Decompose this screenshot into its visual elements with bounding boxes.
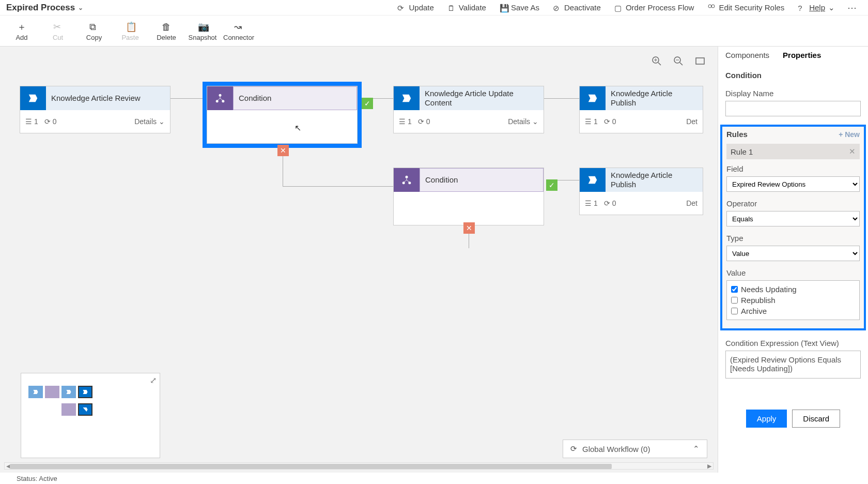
stage-knowledge-article-review[interactable]: Knowledge Article Review ☰ 1 ⟳ 0 Details…: [20, 86, 171, 133]
minimap-condition: [45, 386, 59, 398]
copy-button[interactable]: ⧉Copy: [76, 18, 112, 46]
details-button[interactable]: Det: [686, 117, 698, 126]
deactivate-icon: ⊘: [553, 4, 561, 12]
rules-section: Rules + New Rule 1 ✕ Field Expired Revie…: [720, 125, 866, 330]
snapshot-button[interactable]: 📷Snapshot: [185, 18, 220, 46]
stage-icon: [580, 86, 606, 110]
condition-title: Condition: [420, 168, 544, 192]
help-icon: ?: [798, 4, 806, 12]
minimap-stage: [28, 386, 43, 398]
condition-true-badge: ✓: [546, 179, 557, 191]
condition-icon: [394, 168, 420, 192]
cut-button[interactable]: ✂Cut: [40, 18, 75, 46]
add-button[interactable]: ＋Add: [4, 18, 39, 46]
clipboard-icon: 🗒: [447, 4, 456, 12]
type-label: Type: [726, 234, 860, 243]
trigger-count: ⟳ 0: [604, 117, 616, 126]
operator-label: Operator: [726, 199, 860, 208]
global-workflow-label: Global Workflow (0): [582, 445, 650, 453]
minimap-stage: [78, 386, 92, 398]
stage-icon: [20, 86, 46, 110]
order-process-flow-button[interactable]: ▢Order Process Flow: [609, 1, 700, 14]
mouse-cursor: ↖: [295, 123, 301, 133]
stage-condition-2[interactable]: Condition: [393, 168, 544, 225]
more-button[interactable]: ⋯: [843, 2, 862, 13]
edit-security-roles-button[interactable]: Edit Security Roles: [702, 1, 789, 14]
svg-point-12: [222, 100, 224, 102]
new-rule-button[interactable]: + New: [839, 130, 860, 139]
chevron-down-icon: ⌄: [828, 3, 835, 12]
condition-icon: [207, 86, 233, 110]
svg-point-11: [216, 100, 219, 102]
field-label: Field: [726, 164, 860, 173]
process-title[interactable]: Expired Process⌄: [6, 3, 83, 13]
chevron-down-icon: ⌄: [78, 4, 83, 11]
close-icon[interactable]: ✕: [849, 147, 856, 156]
value-option-archive[interactable]: Archive: [731, 306, 855, 316]
global-workflow-bar[interactable]: ⟳ Global Workflow (0) ⌃: [563, 440, 707, 458]
display-name-input[interactable]: [725, 101, 861, 116]
condition-title: Condition: [233, 86, 357, 110]
panel-heading: Condition: [725, 71, 861, 80]
camera-icon: 📷: [198, 22, 207, 32]
rules-label: Rules: [726, 130, 748, 139]
details-button[interactable]: Det: [686, 199, 698, 207]
details-button[interactable]: Details ⌄: [134, 117, 165, 126]
connector-button[interactable]: ↝Connector: [221, 18, 256, 46]
validate-button[interactable]: 🗒Validate: [442, 1, 491, 14]
condition-false-badge: ✕: [463, 222, 475, 234]
value-option-needs-updating[interactable]: Needs Updating: [731, 284, 855, 295]
update-button[interactable]: ⟳Update: [392, 1, 439, 14]
stage-title: Knowledge Article Publish: [606, 86, 703, 110]
plus-icon: ＋: [17, 22, 26, 32]
save-as-button[interactable]: 💾Save As: [494, 1, 545, 14]
operator-select[interactable]: Equals: [726, 211, 860, 226]
apply-button[interactable]: Apply: [746, 410, 787, 428]
minimap[interactable]: ⤢: [21, 373, 160, 458]
zoom-out-button[interactable]: [671, 54, 686, 68]
save-icon: 💾: [500, 4, 508, 12]
stage-title: Knowledge Article Review: [46, 86, 170, 110]
scrollbar-thumb[interactable]: [10, 464, 612, 469]
field-select[interactable]: Expired Review Options: [726, 176, 860, 192]
zoom-in-button[interactable]: [649, 54, 664, 68]
steps-count: ☰ 1: [25, 117, 38, 126]
minimap-collapse-icon[interactable]: ⤢: [150, 375, 157, 385]
refresh-icon: ⟳: [570, 444, 577, 453]
condition-true-badge: ✓: [362, 98, 373, 109]
tab-components[interactable]: Components: [725, 51, 769, 62]
paste-button[interactable]: 📋Paste: [113, 18, 148, 46]
stage-icon: [394, 86, 420, 110]
rule-header[interactable]: Rule 1 ✕: [726, 144, 860, 159]
minimap-stage: [61, 386, 76, 398]
stage-icon: [580, 168, 606, 192]
chevron-up-icon: ⌃: [693, 444, 700, 453]
security-icon: [707, 4, 716, 12]
delete-button[interactable]: 🗑Delete: [149, 18, 184, 46]
scroll-right-arrow[interactable]: ▶: [706, 463, 713, 470]
stage-condition-1[interactable]: Condition: [207, 86, 358, 144]
condition-expression-label: Condition Expression (Text View): [725, 339, 861, 347]
tab-properties[interactable]: Properties: [783, 51, 821, 62]
horizontal-scrollbar[interactable]: ◀ ▶: [4, 462, 714, 470]
value-option-republish[interactable]: Republish: [731, 295, 855, 306]
trigger-count: ⟳ 0: [44, 117, 57, 126]
help-button[interactable]: ?Help⌄: [793, 1, 840, 14]
value-label: Value: [726, 268, 860, 277]
stage-update-content[interactable]: Knowledge Article Update Content ☰ 1 ⟳ 0…: [393, 86, 544, 133]
value-options-box: Needs Updating Republish Archive: [726, 280, 860, 320]
svg-point-1: [711, 5, 715, 8]
trigger-count: ⟳ 0: [604, 199, 616, 207]
stage-publish-2[interactable]: Knowledge Article Publish ☰ 1 ⟳ 0 Det: [579, 168, 703, 215]
deactivate-button[interactable]: ⊘Deactivate: [548, 1, 606, 14]
type-select[interactable]: Value: [726, 246, 860, 261]
fit-to-screen-button[interactable]: [693, 54, 707, 68]
discard-button[interactable]: Discard: [792, 410, 840, 428]
stage-title: Knowledge Article Update Content: [420, 86, 544, 110]
details-button[interactable]: Details ⌄: [508, 117, 538, 126]
steps-count: ☰ 1: [585, 117, 598, 126]
svg-line-3: [658, 63, 661, 65]
refresh-icon: ⟳: [397, 4, 406, 12]
status-bar: Status: Active: [0, 473, 868, 484]
stage-publish-1[interactable]: Knowledge Article Publish ☰ 1 ⟳ 0 Det: [579, 86, 703, 133]
